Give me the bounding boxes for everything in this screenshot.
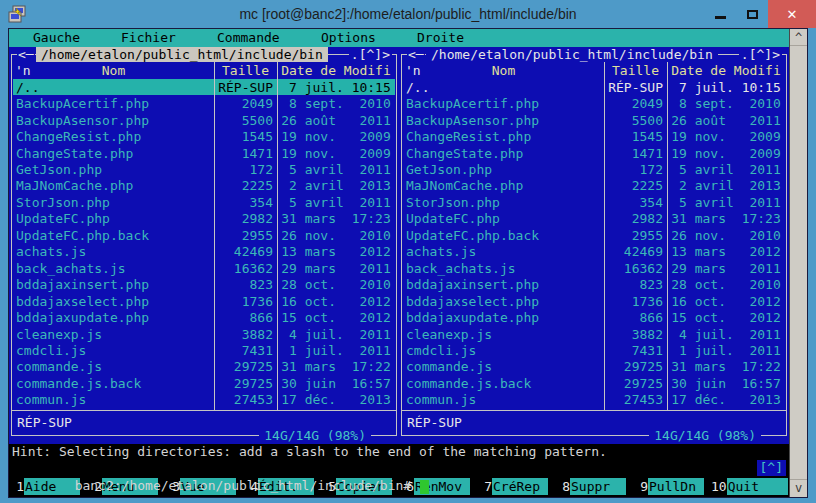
file-row[interactable]: commande.js.back2972530 juin 16:57 [13, 375, 395, 391]
file-row[interactable]: commun.js2745317 déc. 2013 [13, 392, 395, 408]
file-size: 2049 [604, 96, 667, 111]
file-row[interactable]: UpdateFC.php.back295526 nov. 2010 [13, 227, 395, 243]
menu-item-fichier[interactable]: Fichier [121, 29, 176, 47]
column-divider [277, 55, 278, 411]
file-row[interactable]: MaJNomCache.php2225 2 avril 2013 [403, 178, 785, 194]
file-row[interactable]: cleanexp.js3882 4 juil. 2011 [403, 326, 785, 342]
file-row[interactable]: GetJson.php172 5 avril 2011 [403, 161, 785, 177]
file-row[interactable]: cmdcli.js7431 1 juil. 2011 [13, 342, 395, 358]
file-row[interactable]: GetJson.php172 5 avril 2011 [13, 161, 395, 177]
scroll-down-arrow[interactable]: v [790, 479, 807, 497]
menu-item-gauche[interactable]: Gauche [33, 29, 80, 47]
function-key-8-suppr[interactable]: 8Suppr [555, 478, 633, 495]
file-row[interactable]: bddajaxupdate.php86615 oct. 2012 [13, 309, 395, 325]
file-row[interactable]: bddajaxinsert.php82328 oct. 2010 [403, 276, 785, 292]
file-date: 26 nov. 2010 [277, 228, 395, 243]
menu-item-droite[interactable]: Droite [417, 29, 464, 47]
hint-line: Hint: Selecting directories: add a slash… [9, 444, 789, 460]
menu-item-options[interactable]: Options [321, 29, 376, 47]
scroll-indicator-badge[interactable]: [^] [757, 460, 786, 476]
file-row[interactable]: back_achats.js1636229 mars 2011 [13, 260, 395, 276]
file-row-parent-dir[interactable]: /..RÉP-SUP 7 juil. 10:15 [403, 79, 785, 95]
scroll-up-arrow[interactable]: ^ [790, 29, 807, 46]
function-key-label: PullDn [648, 478, 704, 495]
file-row[interactable]: ChangeState.php147119 nov. 2009 [13, 145, 395, 161]
menu-item-commande[interactable]: Commande [217, 29, 280, 47]
file-row[interactable]: UpdateFC.php.back295526 nov. 2010 [403, 227, 785, 243]
maximize-button[interactable] [736, 0, 768, 28]
close-button[interactable]: ✕ [768, 0, 816, 28]
file-row[interactable]: StorJson.php354 5 avril 2011 [13, 194, 395, 210]
file-row[interactable]: UpdateFC.php298231 mars 17:23 [13, 211, 395, 227]
column-header-name[interactable]: Nom [403, 62, 604, 79]
right-panel-top-controls[interactable]: .[^]> [739, 47, 782, 62]
file-size: 172 [214, 162, 277, 177]
column-header-size[interactable]: Taille [604, 62, 667, 79]
function-key-7-crerep[interactable]: 7CréRep [477, 478, 555, 495]
app-icon [7, 4, 27, 24]
column-header-size[interactable]: Taille [214, 62, 277, 79]
right-panel-path[interactable]: /home/etalon/public_html/include/bin [426, 47, 718, 62]
file-row[interactable]: back_achats.js1636229 mars 2011 [403, 260, 785, 276]
file-size: 29725 [214, 376, 277, 391]
function-key-10-quit[interactable]: 10Quit [711, 478, 789, 495]
file-size: 2225 [604, 178, 667, 193]
file-row[interactable]: bddajaxselect.php173616 oct. 2012 [13, 293, 395, 309]
file-name: bddajaxinsert.php [403, 277, 604, 292]
left-panel-top-controls[interactable]: .[^]> [349, 47, 392, 62]
file-row[interactable]: BackupAsensor.php550026 août 2011 [403, 112, 785, 128]
file-row[interactable]: commande.js.back2972530 juin 16:57 [403, 375, 785, 391]
file-date: 15 oct. 2012 [667, 310, 785, 325]
file-size: 42469 [214, 244, 277, 259]
file-date: 28 oct. 2010 [277, 277, 395, 292]
file-row[interactable]: StorJson.php354 5 avril 2011 [403, 194, 785, 210]
file-date: 16 oct. 2012 [277, 294, 395, 309]
file-size: 29725 [604, 376, 667, 391]
file-row[interactable]: achats.js4246913 mars 2012 [403, 244, 785, 260]
file-date: 19 nov. 2009 [667, 146, 785, 161]
file-row[interactable]: ChangeResist.php154519 nov. 2009 [13, 128, 395, 144]
window-titlebar[interactable]: mc [root@banc2]:/home/etalon/public_html… [0, 0, 816, 28]
right-panel-back-arrow[interactable]: <─ [407, 47, 425, 62]
file-row[interactable]: bddajaxupdate.php86615 oct. 2012 [403, 309, 785, 325]
file-row[interactable]: BackupAcertif.php2049 8 sept. 2010 [13, 95, 395, 111]
column-header-date[interactable]: Date de Modifi [277, 62, 395, 79]
file-row[interactable]: bddajaxinsert.php82328 oct. 2010 [13, 276, 395, 292]
file-row[interactable]: ChangeResist.php154519 nov. 2009 [403, 128, 785, 144]
file-size: 1545 [214, 129, 277, 144]
file-size: 354 [214, 195, 277, 210]
file-row[interactable]: commande.js2972531 mars 17:22 [403, 359, 785, 375]
file-row[interactable]: commun.js2745317 déc. 2013 [403, 392, 785, 408]
column-header-name[interactable]: Nom [13, 62, 214, 79]
file-date: 26 août 2011 [277, 113, 395, 128]
file-row-parent-dir[interactable]: /..RÉP-SUP 7 juil. 10:15 [13, 79, 395, 95]
file-size: 1545 [604, 129, 667, 144]
column-divider [214, 55, 215, 411]
file-name: back_achats.js [13, 261, 214, 276]
file-name: commande.js.back [403, 376, 604, 391]
file-row[interactable]: commande.js2972531 mars 17:22 [13, 359, 395, 375]
file-name: ChangeState.php [13, 146, 214, 161]
function-key-9-pulldn[interactable]: 9PullDn [633, 478, 711, 495]
file-row[interactable]: ChangeState.php147119 nov. 2009 [403, 145, 785, 161]
minimize-button[interactable] [704, 0, 736, 28]
terminal-scrollbar[interactable]: ^ v [789, 29, 807, 497]
left-panel-back-arrow[interactable]: <─ [17, 47, 35, 62]
left-panel-path[interactable]: /home/etalon/public_html/include/bin [36, 47, 328, 62]
file-row[interactable]: bddajaxselect.php173616 oct. 2012 [403, 293, 785, 309]
file-row[interactable]: MaJNomCache.php2225 2 avril 2013 [13, 178, 395, 194]
file-row[interactable]: cleanexp.js3882 4 juil. 2011 [13, 326, 395, 342]
file-row[interactable]: cmdcli.js7431 1 juil. 2011 [403, 342, 785, 358]
file-row[interactable]: BackupAcertif.php2049 8 sept. 2010 [403, 95, 785, 111]
column-header-date[interactable]: Date de Modifi [667, 62, 785, 79]
file-date: 31 mars 17:23 [277, 211, 395, 226]
command-line[interactable]: banc2:/home/etalon/public_html/include/b… [9, 460, 789, 477]
file-row[interactable]: achats.js4246913 mars 2012 [13, 244, 395, 260]
right-file-list: /..RÉP-SUP 7 juil. 10:15BackupAcertif.ph… [403, 79, 785, 408]
file-row[interactable]: UpdateFC.php298231 mars 17:23 [403, 211, 785, 227]
file-date: 7 juil. 10:15 [667, 80, 785, 95]
file-name: /.. [403, 80, 604, 95]
file-row[interactable]: BackupAsensor.php550026 août 2011 [13, 112, 395, 128]
file-size: 2982 [214, 211, 277, 226]
file-name: ChangeState.php [403, 146, 604, 161]
